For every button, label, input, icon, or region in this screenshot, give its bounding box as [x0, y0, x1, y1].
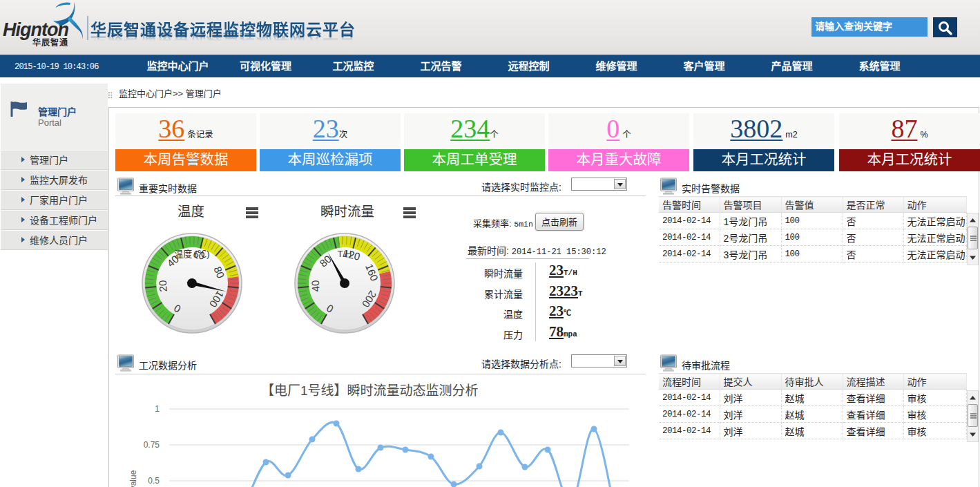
svg-text:value: value: [128, 470, 138, 487]
svg-text:40: 40: [309, 280, 321, 292]
svg-text:温度 (℃): 温度 (℃): [174, 249, 209, 259]
svg-text:1: 1: [155, 404, 160, 414]
svg-text:0.75: 0.75: [144, 440, 160, 450]
svg-text:0.5: 0.5: [148, 476, 160, 486]
svg-text:T/H: T/H: [338, 249, 352, 259]
svg-text:20: 20: [156, 280, 169, 292]
